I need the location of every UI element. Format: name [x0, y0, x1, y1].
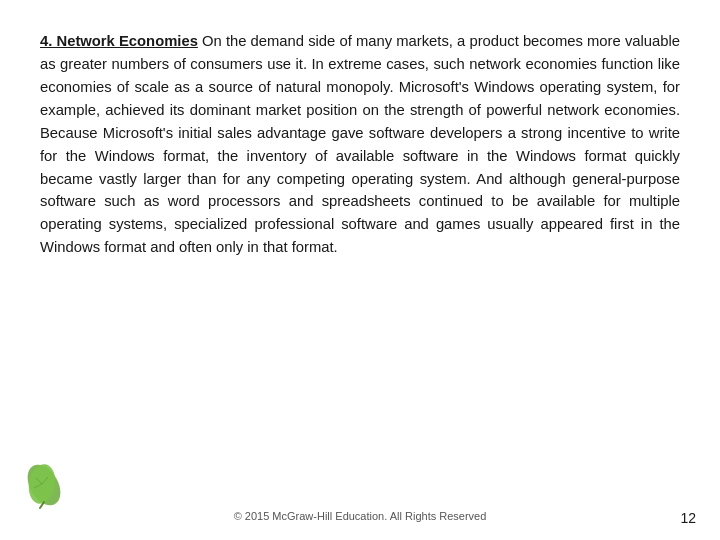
slide-container: 4. Network Economies On the demand side … — [0, 0, 720, 540]
leaf-decoration — [14, 450, 74, 510]
footer-text: © 2015 McGraw-Hill Education. All Rights… — [0, 510, 720, 522]
leaf-icon — [14, 450, 74, 510]
page-number: 12 — [680, 510, 696, 526]
body-text: On the demand side of many markets, a pr… — [40, 33, 680, 255]
section-heading: 4. Network Economies — [40, 33, 198, 49]
main-text-block: 4. Network Economies On the demand side … — [40, 30, 680, 259]
